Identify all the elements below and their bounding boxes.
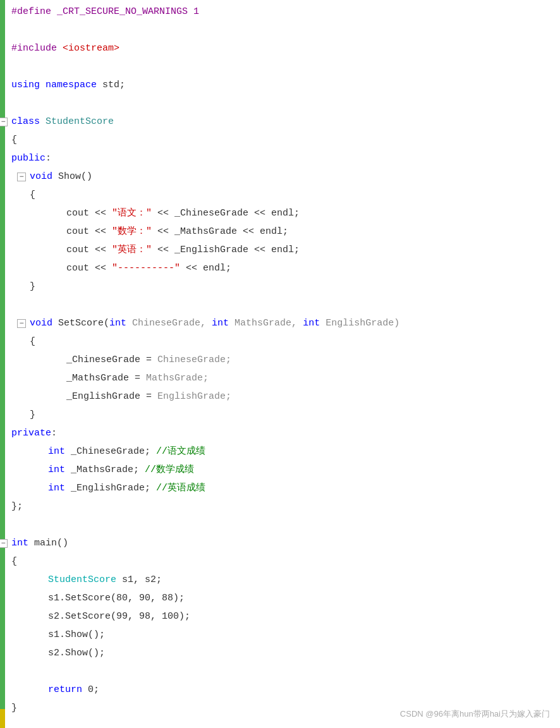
code-token: }: [30, 406, 35, 424]
code-token: <<: [95, 204, 112, 222]
left-bar: [0, 0, 5, 728]
watermark: CSDN @96年离hun带两hai只为嫁入豪门: [400, 705, 550, 723]
code-token: <<: [95, 222, 112, 241]
code-token: };: [11, 497, 23, 516]
code-line: ​: [11, 662, 554, 681]
code-token: int: [303, 314, 326, 332]
code-token: <<: [95, 259, 112, 277]
fold-button[interactable]: −: [17, 319, 26, 328]
code-line: StudentScore s1, s2;: [11, 571, 554, 589]
code-line: ​: [11, 58, 554, 76]
code-line: {: [11, 552, 554, 571]
code-line: cout << "----------" << endl;: [11, 259, 554, 277]
code-token: <<: [152, 241, 174, 259]
code-token: class: [11, 112, 46, 131]
code-line: int _EnglishGrade; //英语成绩: [11, 479, 554, 497]
code-token: _MathsGrade: [66, 369, 135, 387]
code-token: 0;: [88, 681, 99, 699]
code-container: #define _CRT_SECURE_NO_WARNINGS 1​#inclu…: [0, 0, 560, 728]
code-line: −void SetScore(int ChineseGrade, int Mat…: [11, 314, 554, 332]
code-area[interactable]: #define _CRT_SECURE_NO_WARNINGS 1​#inclu…: [5, 0, 560, 728]
code-token: <<: [180, 259, 203, 277]
code-line: ​: [11, 94, 554, 112]
code-token: s1, s2;: [122, 571, 162, 589]
code-token: ChineseGrade;: [157, 351, 231, 369]
code-token: {: [11, 552, 17, 571]
code-token: int: [48, 442, 71, 461]
code-token: Show(): [58, 167, 92, 186]
code-line: return 0;: [11, 681, 554, 699]
code-token: cout: [66, 259, 95, 277]
code-line: int _ChineseGrade; //语文成绩: [11, 442, 554, 461]
code-line: s2.Show();: [11, 644, 554, 662]
code-line: _MathsGrade = MathsGrade;: [11, 369, 554, 387]
code-token: cout: [66, 241, 95, 259]
code-token: <<: [95, 241, 112, 259]
code-line: _EnglishGrade = EnglishGrade;: [11, 387, 554, 406]
code-token: "----------": [112, 259, 180, 277]
code-line: }: [11, 406, 554, 424]
code-line: };: [11, 497, 554, 516]
code-token: void: [30, 167, 58, 186]
fold-button[interactable]: −: [17, 173, 26, 181]
code-token: :: [51, 424, 57, 442]
code-token: {: [30, 186, 35, 204]
code-token: "语文：": [112, 204, 152, 222]
code-token: =: [146, 387, 157, 406]
code-token: _MathsGrade;: [71, 461, 145, 479]
code-line: {: [11, 332, 554, 351]
code-token: std;: [102, 76, 125, 94]
code-line: −void Show(): [11, 167, 554, 186]
fold-button[interactable]: −: [0, 539, 8, 548]
code-line: ​: [11, 21, 554, 39]
code-token: //语文成绩: [156, 442, 205, 461]
code-token: s1.Show();: [48, 626, 105, 644]
code-token: _EnglishGrade;: [71, 479, 156, 497]
code-token: StudentScore: [46, 112, 114, 131]
code-token: :: [46, 149, 51, 167]
code-token: <<: [152, 222, 174, 241]
bottom-indicator: [0, 709, 5, 728]
code-token: }: [30, 277, 35, 296]
code-line: ​: [11, 516, 554, 534]
code-token: <<: [248, 204, 271, 222]
code-line: {: [11, 131, 554, 149]
code-line: public:: [11, 149, 554, 167]
code-token: int: [11, 534, 34, 552]
code-token: public: [11, 149, 46, 167]
code-token: int: [48, 461, 71, 479]
code-line: −int main(): [11, 534, 554, 552]
code-line: cout << "语文：" << _ChineseGrade << endl;: [11, 204, 554, 222]
code-token: "英语：": [112, 241, 152, 259]
fold-button[interactable]: −: [0, 118, 8, 126]
code-token: _ChineseGrade: [66, 351, 146, 369]
code-line: #define _CRT_SECURE_NO_WARNINGS 1: [11, 3, 554, 21]
code-line: }: [11, 277, 554, 296]
code-token: _EnglishGrade: [174, 241, 248, 259]
code-token: MathsGrade,: [234, 314, 303, 332]
code-token: #define _CRT_SECURE_NO_WARNINGS 1: [11, 3, 199, 21]
code-token: ChineseGrade,: [132, 314, 212, 332]
code-token: _ChineseGrade: [174, 204, 248, 222]
code-token: _EnglishGrade: [66, 387, 146, 406]
code-line: int _MathsGrade; //数学成绩: [11, 461, 554, 479]
code-token: =: [146, 351, 157, 369]
code-token: cout: [66, 204, 95, 222]
code-token: cout: [66, 222, 95, 241]
code-token: void: [30, 314, 58, 332]
code-token: {: [30, 332, 35, 351]
code-token: "数学：": [112, 222, 152, 241]
code-token: <<: [248, 241, 271, 259]
code-token: SetScore(: [58, 314, 109, 332]
code-token: <<: [152, 204, 174, 222]
code-token: }: [11, 699, 17, 717]
code-line: s2.SetScore(99, 98, 100);: [11, 607, 554, 626]
code-line: #include <iostream>: [11, 39, 554, 58]
code-line: −class StudentScore: [11, 112, 554, 131]
code-token: EnglishGrade;: [157, 387, 231, 406]
code-line: _ChineseGrade = ChineseGrade;: [11, 351, 554, 369]
code-token: //数学成绩: [145, 461, 194, 479]
code-token: endl;: [271, 204, 300, 222]
code-token: endl;: [260, 222, 288, 241]
code-token: //英语成绩: [156, 479, 205, 497]
